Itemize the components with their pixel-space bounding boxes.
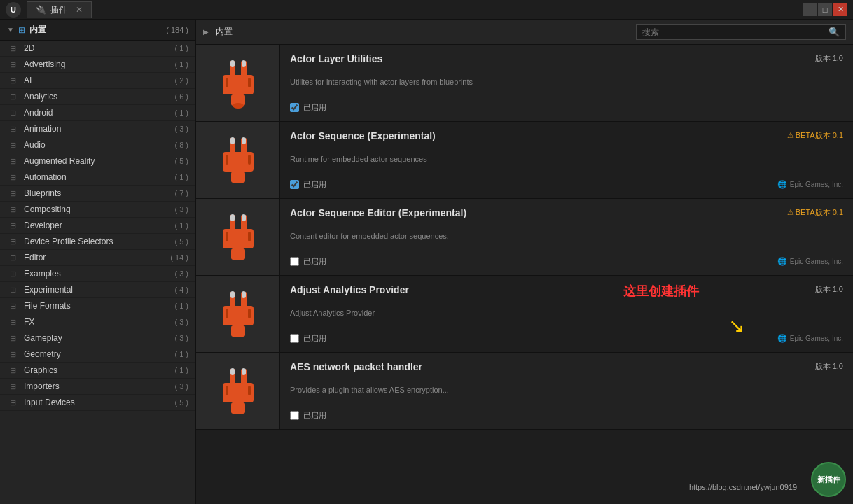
plugin-info: Adjust Analytics Provider 版本 1.0 Adjust … [280, 276, 853, 352]
plugin-info: Actor Layer Utilities 版本 1.0 Utilites fo… [280, 45, 853, 121]
publisher-name: Epic Games, Inc. [790, 335, 843, 342]
sidebar-header[interactable]: ▼ ⊞ 内置 ( 184 ) [0, 20, 195, 41]
sidebar-item-animation[interactable]: ⊞ Animation ( 3 ) [0, 121, 195, 137]
sidebar-item-file-formats[interactable]: ⊞ File Formats ( 1 ) [0, 298, 195, 314]
plugin-version: 版本 1.0 [815, 53, 843, 64]
svg-rect-20 [231, 248, 245, 260]
sidebar-item-importers[interactable]: ⊞ Importers ( 3 ) [0, 379, 195, 395]
plugin-title: Actor Sequence Editor (Experimental) [290, 207, 466, 218]
sidebar-item-developer[interactable]: ⊞ Developer ( 1 ) [0, 218, 195, 234]
plugin-tab-icon: 🔌 [36, 5, 46, 15]
plugin-icon-area [196, 199, 280, 275]
plugin-tab[interactable]: 🔌 插件 ✕ [27, 1, 92, 18]
grid-icon: ⊞ [10, 205, 21, 214]
sidebar-count: ( 2 ) [174, 76, 188, 85]
sidebar-item-android[interactable]: ⊞ Android ( 1 ) [0, 105, 195, 121]
grid-icon: ⊞ [10, 108, 21, 118]
plugin-description: Provides a plugin that allows AES encryp… [290, 386, 843, 394]
plugin-info: AES network packet handler 版本 1.0 Provid… [280, 353, 853, 429]
plugin-enable-checkbox[interactable] [290, 411, 299, 420]
sidebar-count: ( 3 ) [174, 334, 188, 342]
plugin-item-actor-layer-utilities: Actor Layer Utilities 版本 1.0 Utilites fo… [196, 45, 853, 122]
sidebar-item-analytics[interactable]: ⊞ Analytics ( 6 ) [0, 89, 195, 105]
breadcrumb: 内置 [216, 26, 233, 38]
plugin-info: Actor Sequence Editor (Experimental) ⚠BE… [280, 199, 853, 275]
plugin-tab-label: 插件 [50, 4, 67, 16]
svg-rect-13 [226, 155, 228, 164]
sidebar-count: ( 1 ) [174, 221, 188, 230]
sidebar-item-gameplay[interactable]: ⊞ Gameplay ( 3 ) [0, 330, 195, 346]
content-area: ▶ 内置 🔍 [196, 20, 853, 504]
sidebar-item-audio[interactable]: ⊞ Audio ( 8 ) [0, 137, 195, 153]
sidebar-count: ( 5 ) [174, 398, 188, 407]
sidebar-label: File Formats [24, 301, 172, 311]
svg-rect-36 [231, 402, 245, 414]
url-text: https://blog.csdn.net/ywjun0919 [689, 483, 797, 491]
sidebar-label: Gameplay [24, 333, 172, 343]
plugin-title: Actor Sequence (Experimental) [290, 130, 436, 141]
grid-icon: ⊞ [10, 366, 21, 375]
plugin-title: Adjust Analytics Provider [290, 284, 409, 295]
sidebar-item-automation[interactable]: ⊞ Automation ( 1 ) [0, 169, 195, 186]
plugin-enable-checkbox[interactable] [290, 257, 299, 266]
app-logo: U [6, 2, 21, 18]
sidebar-item-augmented-reality[interactable]: ⊞ Augmented Reality ( 5 ) [0, 153, 195, 169]
svg-rect-14 [248, 155, 251, 164]
minimize-button[interactable]: ─ [803, 4, 817, 16]
svg-rect-6 [248, 78, 251, 88]
plugin-enable-checkbox[interactable] [290, 103, 299, 112]
globe-icon: 🌐 [777, 257, 787, 266]
sidebar-item-2d[interactable]: ⊞ 2D ( 1 ) [0, 41, 195, 57]
sidebar-label: Compositing [24, 204, 172, 214]
sidebar-item-blueprints[interactable]: ⊞ Blueprints ( 7 ) [0, 186, 195, 202]
svg-rect-29 [226, 309, 228, 318]
sidebar-item-geometry[interactable]: ⊞ Geometry ( 1 ) [0, 346, 195, 363]
sidebar-label: FX [24, 317, 172, 327]
sidebar-item-graphics[interactable]: ⊞ Graphics ( 1 ) [0, 363, 195, 379]
sidebar-count: ( 3 ) [174, 270, 188, 278]
sidebar-item-compositing[interactable]: ⊞ Compositing ( 3 ) [0, 202, 195, 218]
sidebar-item-examples[interactable]: ⊞ Examples ( 3 ) [0, 266, 195, 282]
grid-icon: ⊞ [10, 270, 21, 279]
plugin-plug-icon [210, 286, 266, 342]
plugin-description: Utilites for interacting with actor laye… [290, 78, 843, 86]
sidebar-header-label: 内置 [29, 24, 162, 36]
sidebar-count: ( 1 ) [174, 173, 188, 181]
plugin-title-row: Actor Sequence Editor (Experimental) ⚠BE… [290, 207, 843, 218]
plugin-icon-area [196, 353, 280, 429]
title-bar: U 🔌 插件 ✕ ─ □ ✕ [0, 0, 853, 20]
plugin-enable-checkbox[interactable] [290, 180, 299, 189]
plugin-enabled-label: 已启用 [303, 410, 326, 421]
sidebar-item-experimental[interactable]: ⊞ Experimental ( 4 ) [0, 282, 195, 298]
plugin-publisher: 🌐 Epic Games, Inc. [777, 257, 843, 266]
sidebar-item-ai[interactable]: ⊞ AI ( 2 ) [0, 73, 195, 89]
sidebar-item-editor[interactable]: ⊞ Editor ( 14 ) [0, 250, 195, 266]
search-input[interactable] [642, 27, 828, 37]
sidebar-item-device-profile-selectors[interactable]: ⊞ Device Profile Selectors ( 5 ) [0, 234, 195, 250]
plugin-publisher: 🌐 Epic Games, Inc. [777, 334, 843, 343]
close-button[interactable]: ✕ [833, 4, 847, 16]
plugin-plug-icon [210, 55, 266, 111]
sidebar-item-input-devices[interactable]: ⊞ Input Devices ( 5 ) [0, 395, 195, 411]
sidebar-expand-icon: ▼ [7, 26, 14, 34]
globe-icon: 🌐 [777, 334, 787, 343]
sidebar-label: Analytics [24, 92, 172, 102]
sidebar-count: ( 3 ) [174, 205, 188, 214]
sidebar-label: Animation [24, 124, 172, 134]
publisher-name: Epic Games, Inc. [790, 181, 843, 188]
plugin-enable-checkbox[interactable] [290, 334, 299, 343]
close-tab-icon[interactable]: ✕ [76, 5, 83, 15]
plugin-title: Actor Layer Utilities [290, 53, 382, 64]
plugin-description: Runtime for embedded actor sequences [290, 155, 843, 163]
sidebar-count: ( 1 ) [174, 366, 188, 374]
sidebar-count: ( 14 ) [170, 253, 188, 262]
plugin-enable-row: 已启用 [290, 333, 326, 344]
plugin-plug-icon [210, 209, 266, 265]
plugin-title: AES network packet handler [290, 361, 422, 372]
maximize-button[interactable]: □ [818, 4, 832, 16]
sidebar-count: ( 1 ) [174, 44, 188, 52]
svg-point-4 [233, 103, 244, 108]
sidebar-item-fx[interactable]: ⊞ FX ( 3 ) [0, 314, 195, 330]
sidebar-item-advertising[interactable]: ⊞ Advertising ( 1 ) [0, 57, 195, 73]
new-plugin-button[interactable]: 新插件 [811, 462, 846, 497]
